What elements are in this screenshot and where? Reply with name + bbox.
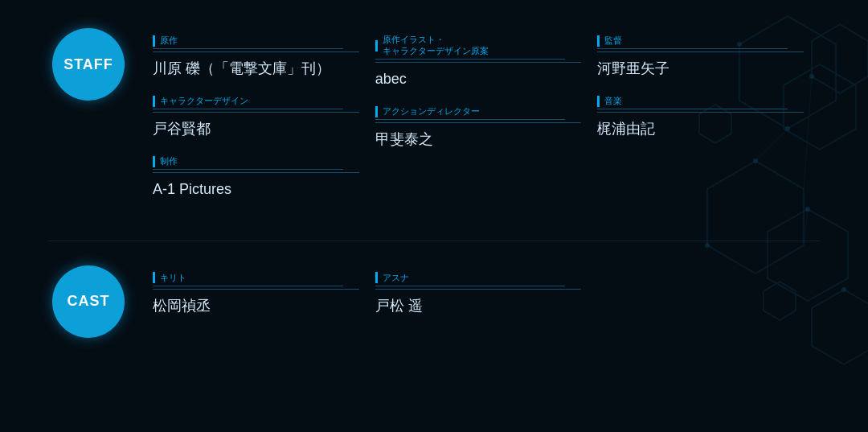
cast-asuna-field: アスナ 戸松 遥 bbox=[375, 272, 582, 316]
cast-section: CAST キリト 松岡禎丞 アスナ 戸松 遥 bbox=[0, 241, 868, 362]
staff-gensaku-label: 原作 bbox=[160, 35, 359, 47]
cast-col-3 bbox=[597, 272, 820, 332]
staff-col-3: 監督 河野亜矢子 音楽 梶浦由記 bbox=[597, 35, 820, 216]
staff-ongaku-field: 音楽 梶浦由記 bbox=[597, 95, 804, 139]
staff-action-value: 甲斐泰之 bbox=[375, 130, 582, 150]
cast-col-1: キリト 松岡禎丞 bbox=[153, 272, 375, 332]
staff-content: 原作 川原 礫（「電撃文庫」刊） キャラクターデザイン 戸谷賢都 制作 A-1 … bbox=[153, 28, 820, 216]
staff-action-label: アクションディレクター bbox=[383, 105, 582, 117]
cast-asuna-label: アスナ bbox=[383, 272, 582, 284]
staff-seisaku-value: A-1 Pictures bbox=[153, 179, 359, 200]
staff-badge: STAFF bbox=[52, 28, 125, 101]
staff-illust-field: 原作イラスト・キャラクターデザイン原案 abec bbox=[375, 35, 582, 89]
cast-badge-label: CAST bbox=[68, 293, 110, 310]
staff-kantoku-field: 監督 河野亜矢子 bbox=[597, 35, 804, 79]
staff-illust-value: abec bbox=[375, 69, 582, 89]
staff-kantoku-value: 河野亜矢子 bbox=[597, 59, 804, 79]
staff-col-2: 原作イラスト・キャラクターデザイン原案 abec アクションディレクター 甲斐泰… bbox=[375, 35, 598, 216]
cast-badge-wrapper: CAST bbox=[48, 265, 129, 338]
staff-chara-design-field: キャラクターデザイン 戸谷賢都 bbox=[153, 95, 359, 139]
staff-illust-label: 原作イラスト・キャラクターデザイン原案 bbox=[383, 35, 582, 57]
staff-seisaku-label: 制作 bbox=[160, 155, 359, 167]
staff-seisaku-field: 制作 A-1 Pictures bbox=[153, 155, 359, 200]
staff-badge-wrapper: STAFF bbox=[48, 28, 129, 101]
cast-kirito-label: キリト bbox=[160, 272, 359, 284]
staff-action-field: アクションディレクター 甲斐泰之 bbox=[375, 105, 582, 150]
cast-kirito-value: 松岡禎丞 bbox=[153, 296, 359, 316]
staff-chara-design-value: 戸谷賢都 bbox=[153, 119, 359, 139]
staff-gensakufield: 原作 川原 礫（「電撃文庫」刊） bbox=[153, 35, 359, 79]
staff-ongaku-label: 音楽 bbox=[604, 95, 804, 107]
cast-badge: CAST bbox=[52, 265, 125, 338]
staff-chara-design-label: キャラクターデザイン bbox=[160, 95, 359, 107]
staff-col-1: 原作 川原 礫（「電撃文庫」刊） キャラクターデザイン 戸谷賢都 制作 A-1 … bbox=[153, 35, 375, 216]
cast-kirito-field: キリト 松岡禎丞 bbox=[153, 272, 359, 316]
staff-ongaku-value: 梶浦由記 bbox=[597, 119, 804, 139]
cast-content: キリト 松岡禎丞 アスナ 戸松 遥 bbox=[153, 265, 820, 332]
cast-asuna-value: 戸松 遥 bbox=[375, 296, 582, 316]
staff-section: STAFF 原作 川原 礫（「電撃文庫」刊） キャラクターデザイン 戸谷賢都 bbox=[0, 0, 868, 241]
staff-kantoku-label: 監督 bbox=[604, 35, 804, 47]
staff-badge-label: STAFF bbox=[63, 56, 113, 73]
cast-col-2: アスナ 戸松 遥 bbox=[375, 272, 598, 332]
staff-gensaku-value: 川原 礫（「電撃文庫」刊） bbox=[153, 59, 359, 79]
